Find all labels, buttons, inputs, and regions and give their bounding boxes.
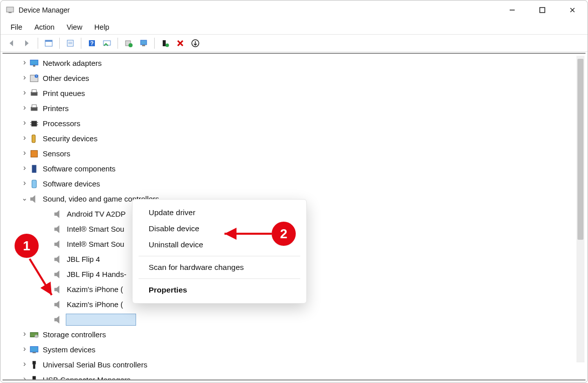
category-software-devices[interactable]: Software devices [3,176,585,191]
category-sensors[interactable]: Sensors [3,146,585,161]
speaker-icon [53,209,64,220]
category-security-devices[interactable]: Security devices [3,131,585,146]
properties-button[interactable] [64,37,77,50]
ctx-update-driver[interactable]: Update driver [133,205,306,221]
svg-rect-1 [9,12,12,13]
device-item-selected[interactable] [3,312,585,327]
security-icon [29,133,40,144]
window-title: Device Manager [19,6,70,14]
vertical-scrollbar[interactable] [576,56,584,362]
help-button[interactable]: ? [85,37,98,50]
add-legacy-button[interactable] [189,37,202,50]
svg-rect-0 [7,7,14,12]
ctx-scan-hardware[interactable]: Scan for hardware changes [133,259,306,275]
speaker-icon [29,194,40,205]
category-software-components[interactable]: Software components [3,161,585,176]
back-button[interactable] [6,37,19,50]
category-label: Other devices [43,71,89,86]
device-label: Kazim's iPhone ( [67,282,123,297]
printer-icon [29,88,40,99]
close-button[interactable] [557,1,587,20]
content-bottom-border [3,379,585,380]
annotation-badge-1: 1 [15,234,39,258]
category-network-adapters[interactable]: Network adapters [3,56,585,71]
category-usb-connector-managers[interactable]: USB Connector Managers [3,372,585,379]
speaker-icon [53,239,64,250]
ctx-separator [139,256,300,256]
title-bar: Device Manager [1,1,587,20]
minimize-button[interactable] [497,1,527,20]
device-label: JBL Flip 4 Hands- [67,267,127,282]
speaker-icon [53,269,64,280]
category-processors[interactable]: Processors [3,116,585,131]
category-storage-controllers[interactable]: Storage controllers [3,327,585,342]
menu-view[interactable]: View [61,21,88,33]
svg-rect-43 [33,361,36,364]
svg-rect-17 [142,45,145,46]
forward-button[interactable] [20,37,33,50]
svg-rect-22 [33,65,35,66]
storage-icon [29,329,40,340]
menu-file[interactable]: File [5,21,28,33]
category-label: Processors [43,116,80,131]
category-label: Software devices [43,176,100,191]
svg-rect-27 [32,89,37,92]
device-label: Android TV A2DP [67,207,126,222]
category-label: Security devices [43,131,97,146]
software-device-icon [29,178,40,189]
svg-point-15 [129,43,133,47]
svg-rect-7 [45,40,52,42]
category-label: Software components [43,161,115,176]
category-usb-controllers[interactable]: Universal Serial Bus controllers [3,357,585,372]
category-printers[interactable]: Printers [3,101,585,116]
ctx-properties[interactable]: Properties [133,282,306,298]
category-label: System devices [43,342,95,357]
menu-action[interactable]: Action [28,21,60,33]
app-icon [6,6,15,15]
svg-rect-21 [30,60,38,65]
svg-rect-37 [32,165,37,172]
device-label: JBL Flip 4 [67,252,100,267]
scrollbar-thumb[interactable] [577,59,583,240]
svg-text:?: ? [36,75,37,78]
svg-rect-18 [163,40,166,46]
svg-rect-38 [32,180,37,187]
context-menu: Update driver Disable device Uninstall d… [132,199,307,304]
disable-device-button[interactable] [159,37,172,50]
svg-point-19 [166,43,169,47]
toolbar: ? [1,35,587,52]
category-label: Storage controllers [43,327,106,342]
update-driver-button[interactable] [122,37,135,50]
svg-rect-35 [32,135,36,142]
device-label: Kazim's iPhone ( [67,297,123,312]
show-hidden-button[interactable] [42,37,55,50]
category-label: Universal Serial Bus controllers [43,357,147,372]
other-device-icon: ? [29,73,40,84]
category-print-queues[interactable]: Print queues [3,86,585,101]
menu-help[interactable]: Help [88,21,115,33]
svg-rect-16 [141,40,147,45]
svg-rect-8 [67,40,73,46]
svg-rect-45 [33,376,36,379]
system-icon [29,344,40,355]
scan-button[interactable] [100,37,113,50]
device-label: Intel® Smart Sou [67,222,124,237]
speaker-icon [53,284,64,295]
category-label: Network adapters [43,56,102,71]
category-label: Sensors [43,146,70,161]
maximize-button[interactable] [527,1,557,20]
category-other-devices[interactable]: ?Other devices [3,71,585,86]
speaker-icon [53,224,64,235]
enable-device-button[interactable] [137,37,150,50]
svg-rect-29 [32,105,37,108]
speaker-icon [53,299,64,310]
window-controls [497,1,587,20]
uninstall-device-button[interactable] [174,37,187,50]
selection-highlight [66,314,136,326]
window-frame: Device Manager File Action View Help ? [0,0,588,383]
svg-rect-3 [540,8,545,13]
annotation-badge-2: 2 [272,222,296,246]
svg-text:?: ? [90,40,94,46]
category-label: USB Connector Managers [43,372,131,379]
category-system-devices[interactable]: System devices [3,342,585,357]
